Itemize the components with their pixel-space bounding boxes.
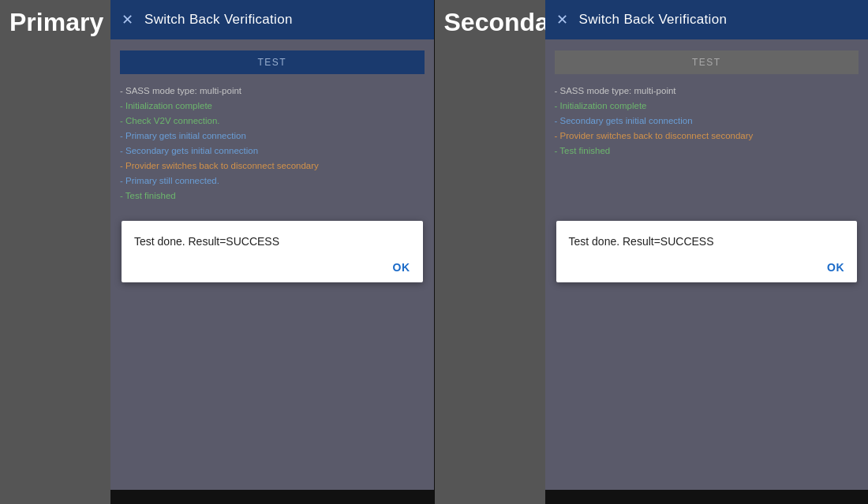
left-log-0: - SASS mode type: multi-point bbox=[120, 84, 425, 99]
right-test-button[interactable]: TEST bbox=[555, 50, 859, 74]
left-dialog-body: TEST - SASS mode type: multi-point - Ini… bbox=[110, 39, 434, 490]
right-screen: ✕ Switch Back Verification TEST - SASS m… bbox=[545, 0, 869, 504]
left-close-button[interactable]: ✕ bbox=[122, 11, 133, 28]
right-test-button-bar: TEST bbox=[555, 50, 859, 74]
right-log-0: - SASS mode type: multi-point bbox=[555, 84, 859, 99]
right-ok-button[interactable]: OK bbox=[827, 261, 844, 274]
left-log-6: - Primary still connected. bbox=[120, 174, 425, 189]
left-log-1: - Initialization complete bbox=[120, 99, 425, 114]
left-label: Primary bbox=[0, 0, 110, 504]
left-log-2: - Check V2V connection. bbox=[120, 114, 425, 129]
right-result-dialog: Test done. Result=SUCCESS OK bbox=[556, 221, 858, 282]
left-screen: ✕ Switch Back Verification TEST - SASS m… bbox=[110, 0, 434, 504]
left-bottom-bar bbox=[110, 490, 434, 504]
left-log-3: - Primary gets initial connection bbox=[120, 129, 425, 144]
right-dialog-body: TEST - SASS mode type: multi-point - Ini… bbox=[545, 39, 869, 490]
right-log-2: - Secondary gets initial connection bbox=[555, 114, 859, 129]
left-log-5: - Provider switches back to disconnect s… bbox=[120, 159, 425, 174]
left-panel: Primary ✕ Switch Back Verification TEST … bbox=[0, 0, 434, 504]
left-dialog-header: ✕ Switch Back Verification bbox=[110, 0, 434, 39]
right-panel: Secondary ✕ Switch Back Verification TES… bbox=[435, 0, 869, 504]
right-dialog-title: Switch Back Verification bbox=[579, 12, 728, 28]
right-log-3: - Provider switches back to disconnect s… bbox=[555, 129, 859, 144]
left-device-name: Primary bbox=[9, 8, 103, 37]
right-log-1: - Initialization complete bbox=[555, 99, 859, 114]
right-result-text: Test done. Result=SUCCESS bbox=[569, 235, 845, 248]
right-label: Secondary bbox=[435, 0, 545, 504]
right-dialog-header: ✕ Switch Back Verification bbox=[545, 0, 869, 39]
left-test-button[interactable]: TEST bbox=[120, 50, 425, 74]
left-dialog-title: Switch Back Verification bbox=[144, 12, 293, 28]
left-log-7: - Test finished bbox=[120, 189, 425, 203]
left-log-4: - Secondary gets initial connection bbox=[120, 144, 425, 159]
right-log-4: - Test finished bbox=[555, 144, 859, 159]
left-test-button-bar: TEST bbox=[120, 50, 425, 74]
left-ok-button[interactable]: OK bbox=[393, 261, 410, 274]
right-close-button[interactable]: ✕ bbox=[556, 11, 568, 28]
left-log-area: - SASS mode type: multi-point - Initiali… bbox=[110, 74, 434, 210]
left-result-dialog: Test done. Result=SUCCESS OK bbox=[122, 221, 423, 282]
left-result-ok: OK bbox=[134, 260, 410, 274]
right-bottom-bar bbox=[545, 490, 869, 504]
right-result-ok: OK bbox=[569, 260, 845, 274]
right-log-area: - SASS mode type: multi-point - Initiali… bbox=[545, 74, 869, 165]
left-result-text: Test done. Result=SUCCESS bbox=[134, 235, 410, 248]
